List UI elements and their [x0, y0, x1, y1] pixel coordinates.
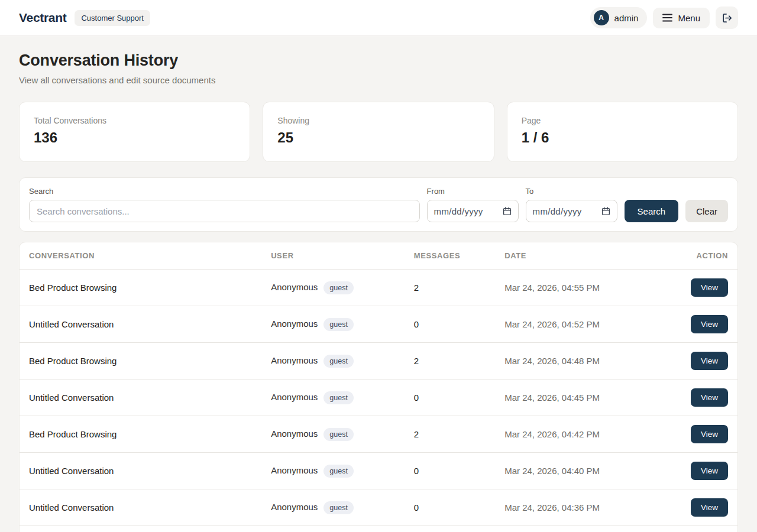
- to-date-value: mm/dd/yyyy: [533, 206, 582, 216]
- hamburger-icon: [662, 14, 672, 22]
- action-cell: View: [681, 489, 737, 526]
- conversation-title: Bed Product Browsing: [20, 343, 261, 379]
- conversation-title: Untitled Conversation: [20, 379, 261, 416]
- view-button[interactable]: View: [691, 498, 728, 517]
- table-row: Bed Product Browsing Anonymousguest 2 Ma…: [20, 416, 737, 453]
- user-cell: Anonymousguest: [261, 416, 405, 453]
- action-cell: View: [681, 270, 737, 306]
- menu-button[interactable]: Menu: [653, 8, 710, 28]
- from-date-value: mm/dd/yyyy: [434, 206, 483, 216]
- view-button[interactable]: View: [691, 388, 728, 407]
- to-date-group: To mm/dd/yyyy: [526, 187, 617, 222]
- user-name: Anonymous: [271, 282, 318, 292]
- user-cell: Anonymousguest: [261, 526, 405, 532]
- search-label: Search: [29, 187, 420, 196]
- conversation-title: Bed Product Browsing: [20, 270, 261, 306]
- conversation-date: Mar 24, 2026, 04:48 PM: [495, 343, 681, 379]
- table-row: Bed Product Browsing Anonymousguest 2 Ma…: [20, 270, 737, 306]
- conversation-title: Bed Product Browsing: [20, 416, 261, 453]
- from-date-input[interactable]: mm/dd/yyyy: [427, 200, 519, 222]
- message-count: 2: [405, 270, 495, 306]
- view-button[interactable]: View: [691, 425, 728, 443]
- table-row: Untitled Conversation Anonymousguest 0 M…: [20, 306, 737, 343]
- conversation-table-card: Conversation User Messages Date Action B…: [19, 242, 738, 532]
- stat-value: 1 / 6: [522, 129, 723, 146]
- header-brand: Vectrant Customer Support: [19, 10, 150, 26]
- conversation-table: Conversation User Messages Date Action B…: [20, 242, 737, 532]
- table-row: Untitled Conversation Anonymousguest 0 M…: [20, 489, 737, 526]
- view-button[interactable]: View: [691, 315, 728, 333]
- clear-button[interactable]: Clear: [685, 200, 728, 222]
- user-role-badge: guest: [323, 281, 354, 294]
- stat-value: 25: [277, 129, 479, 146]
- calendar-icon[interactable]: [601, 207, 610, 216]
- user-cell: Anonymousguest: [261, 343, 405, 379]
- conversation-date: Mar 24, 2026, 04:55 PM: [495, 270, 681, 306]
- view-button[interactable]: View: [691, 278, 728, 297]
- column-header-action: Action: [681, 242, 737, 270]
- user-name: Anonymous: [271, 429, 318, 439]
- conversation-date: Mar 24, 2026, 04:52 PM: [495, 306, 681, 343]
- conversation-table-body: Bed Product Browsing Anonymousguest 2 Ma…: [20, 270, 737, 532]
- message-count: 0: [405, 489, 495, 526]
- conversation-date: Mar 24, 2026, 04:45 PM: [495, 379, 681, 416]
- page-subtitle: View all conversations and edit source d…: [19, 75, 738, 85]
- column-header-date: Date: [495, 242, 681, 270]
- table-header: Conversation User Messages Date Action: [20, 242, 737, 270]
- avatar: A: [594, 10, 609, 25]
- calendar-icon[interactable]: [503, 207, 512, 216]
- column-header-messages: Messages: [405, 242, 495, 270]
- conversation-title: Untitled Conversation: [20, 489, 261, 526]
- stat-value: 136: [34, 129, 235, 146]
- user-cell: Anonymousguest: [261, 270, 405, 306]
- search-button[interactable]: Search: [625, 200, 679, 222]
- view-button[interactable]: View: [691, 462, 728, 480]
- conversation-date: Mar 24, 2026, 04:40 PM: [495, 453, 681, 489]
- user-role-badge: guest: [323, 355, 354, 368]
- user-name: Anonymous: [271, 392, 318, 402]
- header-actions: A admin Menu: [590, 7, 738, 29]
- user-role-badge: guest: [323, 318, 354, 331]
- stat-label: Total Conversations: [34, 116, 235, 125]
- action-cell: View: [681, 453, 737, 489]
- conversation-date: Mar 24, 2026, 04:42 PM: [495, 416, 681, 453]
- user-cell: Anonymousguest: [261, 306, 405, 343]
- conversation-title: Untitled Conversation: [20, 306, 261, 343]
- stat-label: Page: [522, 116, 723, 125]
- message-count: 0: [405, 526, 495, 532]
- user-role-badge: guest: [323, 465, 354, 478]
- user-name: Anonymous: [271, 319, 318, 329]
- conversation-title: Untitled Conversation: [20, 453, 261, 489]
- stat-label: Showing: [277, 116, 479, 125]
- view-button[interactable]: View: [691, 352, 728, 370]
- message-count: 2: [405, 416, 495, 453]
- message-count: 2: [405, 343, 495, 379]
- app-header: Vectrant Customer Support A admin Menu: [0, 0, 757, 36]
- user-menu-button[interactable]: A admin: [590, 7, 648, 28]
- user-name: Anonymous: [271, 502, 318, 512]
- filter-bar: Search From mm/dd/yyyy To mm/dd/yyyy: [19, 177, 738, 232]
- search-field-group: Search: [29, 187, 420, 222]
- conversation-title: Untitled Conversation: [20, 526, 261, 532]
- search-input[interactable]: [29, 200, 420, 222]
- message-count: 0: [405, 379, 495, 416]
- action-cell: View: [681, 416, 737, 453]
- stat-card-page: Page 1 / 6: [507, 102, 738, 162]
- message-count: 0: [405, 306, 495, 343]
- user-name-label: admin: [614, 13, 639, 23]
- user-role-badge: guest: [323, 391, 354, 404]
- user-name: Anonymous: [271, 465, 318, 475]
- user-role-badge: guest: [323, 428, 354, 441]
- stat-card-total-conversations: Total Conversations 136: [19, 102, 250, 162]
- action-cell: View: [681, 379, 737, 416]
- user-cell: Anonymousguest: [261, 453, 405, 489]
- table-row: Untitled Conversation Anonymousguest 0 M…: [20, 379, 737, 416]
- logout-button[interactable]: [716, 7, 738, 29]
- user-role-badge: guest: [323, 501, 354, 514]
- logout-icon: [722, 12, 733, 24]
- table-row: Bed Product Browsing Anonymousguest 2 Ma…: [20, 343, 737, 379]
- to-date-label: To: [526, 187, 617, 196]
- to-date-input[interactable]: mm/dd/yyyy: [526, 200, 617, 222]
- column-header-user: User: [261, 242, 405, 270]
- main-content: Conversation History View all conversati…: [0, 36, 757, 532]
